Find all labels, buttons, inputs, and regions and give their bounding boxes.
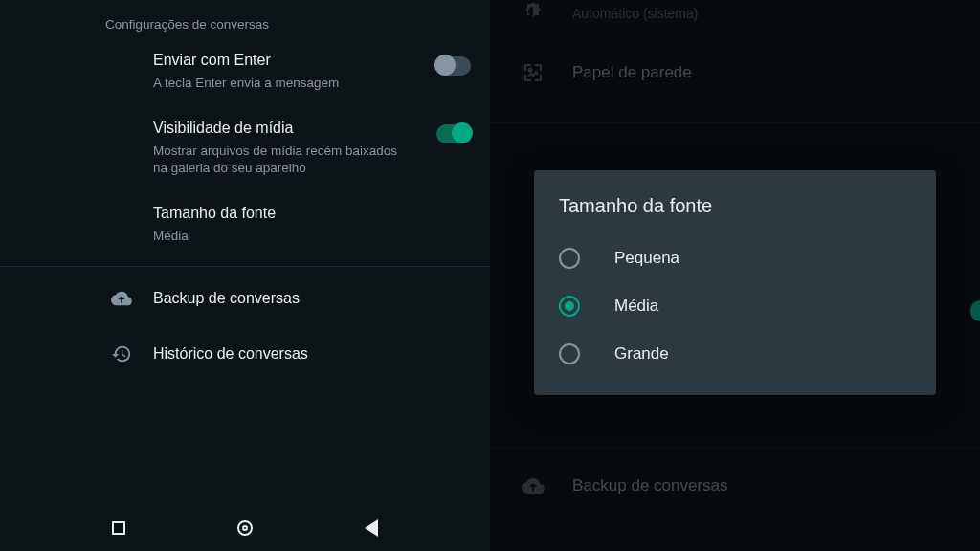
- toggle-enter-to-send[interactable]: [436, 56, 471, 76]
- divider: [0, 266, 490, 267]
- cloud-upload-icon: [25, 288, 153, 309]
- setting-title: Histórico de conversas: [153, 345, 308, 363]
- nav-back-button[interactable]: [365, 519, 378, 537]
- nav-recent-button[interactable]: [112, 521, 125, 535]
- radio-icon: [559, 296, 580, 317]
- setting-media-visibility[interactable]: Visibilidade de mídia Mostrar arquivos d…: [0, 105, 490, 190]
- settings-screen-left: Configurações de conversas Enviar com En…: [0, 0, 490, 551]
- setting-subtitle: Mostrar arquivos de mídia recém baixados…: [153, 143, 402, 177]
- setting-title: Visibilidade de mídia: [153, 119, 436, 139]
- radio-label: Pequena: [614, 249, 679, 268]
- radio-label: Média: [614, 297, 658, 316]
- android-nav-bar: [0, 505, 490, 551]
- dialog-overlay[interactable]: Tamanho da fonte Pequena Média Grande: [490, 0, 980, 551]
- radio-label: Grande: [614, 344, 669, 364]
- dialog-title: Tamanho da fonte: [534, 191, 936, 234]
- font-option-large[interactable]: Grande: [534, 330, 936, 378]
- history-icon: [25, 343, 153, 364]
- setting-subtitle: A tecla Enter envia a mensagem: [153, 75, 402, 92]
- setting-chat-history[interactable]: Histórico de conversas: [0, 326, 490, 382]
- radio-icon: [559, 343, 580, 364]
- nav-home-button[interactable]: [237, 520, 253, 536]
- font-option-medium[interactable]: Média: [534, 282, 936, 330]
- font-size-dialog: Tamanho da fonte Pequena Média Grande: [534, 170, 936, 395]
- setting-chat-backup[interactable]: Backup de conversas: [0, 271, 490, 326]
- settings-screen-right: Automático (sistema) Papel de parede Bac…: [490, 0, 980, 551]
- radio-icon: [559, 248, 580, 269]
- font-option-small[interactable]: Pequena: [534, 234, 936, 282]
- setting-font-size[interactable]: Tamanho da fonte Média: [0, 190, 490, 258]
- setting-title: Tamanho da fonte: [153, 204, 471, 224]
- setting-title: Backup de conversas: [153, 290, 300, 307]
- setting-enter-to-send[interactable]: Enviar com Enter A tecla Enter envia a m…: [0, 37, 490, 105]
- setting-title: Enviar com Enter: [153, 51, 436, 71]
- toggle-media-visibility[interactable]: [436, 124, 471, 143]
- section-header-chats: Configurações de conversas: [0, 0, 490, 37]
- setting-subtitle: Média: [153, 228, 402, 245]
